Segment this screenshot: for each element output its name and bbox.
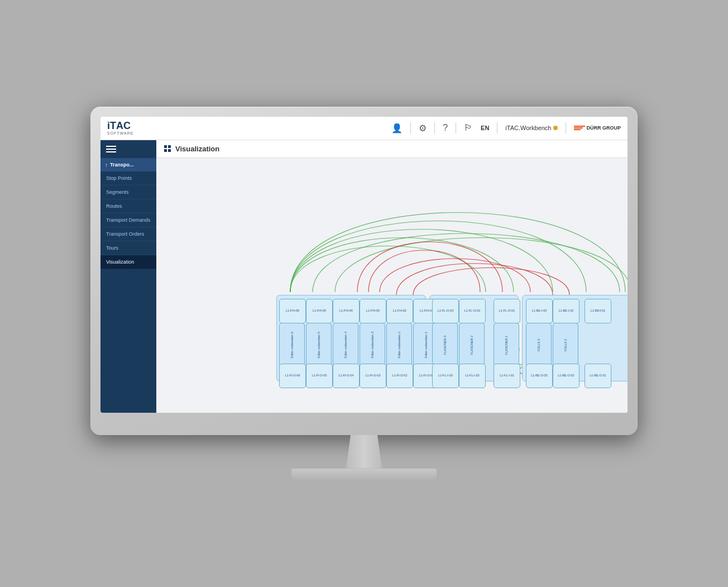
node-L1-BE-I-03[interactable]: L1-BE-I-03 xyxy=(526,299,553,323)
durr-text: DÜRR GROUP xyxy=(586,125,621,131)
node-fuller-2: Füller vorbereiten 2 xyxy=(386,323,412,368)
content-area: Visualization xyxy=(156,140,628,413)
node-fulls-2: FÜLLS 2 xyxy=(553,323,578,368)
flag-icon[interactable]: 🏳 xyxy=(464,123,473,133)
node-L1-BE-O-01[interactable]: L1-BE-O-01 xyxy=(585,364,611,388)
node-fuller-3: Füller vorbereiten 3 xyxy=(360,323,385,368)
node-L1-FI-O-04[interactable]: L1-FI-O-04 xyxy=(333,364,360,388)
sidebar-item-tours[interactable]: Tours xyxy=(100,241,156,255)
node-L1-FL-O-03[interactable]: L1-FL-O-03 xyxy=(432,299,459,323)
durr-lines xyxy=(574,126,585,130)
topbar-right: 👤 ⚙ ? 🏳 EN iTAC.Workbench xyxy=(391,122,621,133)
divider2 xyxy=(434,122,435,133)
settings-icon[interactable]: ⚙ xyxy=(419,123,427,133)
node-L1-FL-I-02[interactable]: L1-FL-I-02 xyxy=(459,364,486,388)
node-fulls-3: FÜLLS 3 xyxy=(526,323,552,368)
node-L1-FL-O-02[interactable]: L1-FL-O-02 xyxy=(459,299,486,323)
content-header: Visualization xyxy=(156,140,628,158)
monitor-base xyxy=(291,469,437,481)
node-L1-FI-O-02[interactable]: L1-FI-O-02 xyxy=(386,364,413,388)
visualization-canvas[interactable]: L1-FI4-06 L1-FI4-05 L1-FI4-04 L1-FI4-03 xyxy=(156,158,628,413)
workbench-label: iTAC.Workbench xyxy=(505,125,558,131)
node-L1-FI4-04[interactable]: L1-FI4-04 xyxy=(333,299,360,323)
workbench-dot xyxy=(553,126,558,130)
node-L1-FI4-05[interactable]: L1-FI4-05 xyxy=(306,299,333,323)
divider5 xyxy=(566,122,566,133)
divider1 xyxy=(410,122,411,133)
sidebar-item-routes[interactable]: Routes xyxy=(100,199,156,213)
node-L1-FI4-03[interactable]: L1-FI4-03 xyxy=(360,299,386,323)
node-flascner-3: FLASCNER 3 xyxy=(432,323,458,368)
sidebar: ↑ Transpo... Stop Points Segments Routes… xyxy=(100,140,156,413)
language-label[interactable]: EN xyxy=(481,125,489,131)
monitor-neck xyxy=(342,435,386,469)
node-L1-FI4-06[interactable]: L1-FI4-06 xyxy=(279,299,306,323)
user-icon[interactable]: 👤 xyxy=(391,123,403,133)
page-title: Visualization xyxy=(175,145,219,153)
sidebar-item-transport-demands[interactable]: Transport Demands xyxy=(100,213,156,227)
divider4 xyxy=(497,122,497,133)
node-fuller-6: Füller vorbereiten 6 xyxy=(279,323,305,368)
help-icon[interactable]: ? xyxy=(443,123,448,133)
node-L1-FI4-02[interactable]: L1-FI4-02 xyxy=(386,299,413,323)
node-L1-BE-I-02[interactable]: L1-BE-I-02 xyxy=(553,299,579,323)
durr-logo: DÜRR GROUP xyxy=(574,125,621,131)
topbar: iTAC SOFTWARE 👤 ⚙ ? 🏳 EN iT xyxy=(100,117,628,140)
node-L1-FL-I-01[interactable]: L1-FL-I-01 xyxy=(494,364,520,388)
sidebar-item-segments[interactable]: Segments xyxy=(100,185,156,199)
section-label: Transpo... xyxy=(110,162,134,168)
logo-text: iTAC xyxy=(107,121,133,131)
node-L1-BE4-01[interactable]: L1-BE4-01 xyxy=(585,299,611,323)
main-layout: ↑ Transpo... Stop Points Segments Routes… xyxy=(100,140,628,413)
node-diagram: L1-FI4-06 L1-FI4-05 L1-FI4-04 L1-FI4-03 xyxy=(162,164,628,409)
hamburger-icon xyxy=(106,146,151,152)
sidebar-item-transport-orders[interactable]: Transport Orders xyxy=(100,227,156,241)
section-arrow: ↑ xyxy=(105,162,108,168)
logo: iTAC SOFTWARE xyxy=(107,121,133,135)
node-fuller-5: Füller vorbereiten 5 xyxy=(306,323,332,368)
divider3 xyxy=(456,122,456,133)
node-L1-FI-O-05[interactable]: L1-FI-O-05 xyxy=(306,364,333,388)
node-flascner-1: FLASCNER 1 xyxy=(494,323,519,368)
logo-software: SOFTWARE xyxy=(107,131,133,135)
node-L1-FI-O-06[interactable]: L1-FI-O-06 xyxy=(279,364,306,388)
node-L1-FL-O-01[interactable]: L1-FL-O-01 xyxy=(494,299,520,323)
node-L1-BE-O-02[interactable]: L1-BE-O-02 xyxy=(553,364,579,388)
node-L1-FL-I-03[interactable]: L1-FL-I-03 xyxy=(432,364,459,388)
node-fuller-4: Füller vorbereiten 4 xyxy=(333,323,358,368)
hamburger-button[interactable] xyxy=(100,140,156,159)
sidebar-item-visualization[interactable]: Visualization xyxy=(100,255,156,269)
grid-icon xyxy=(164,145,171,152)
sidebar-item-stop-points[interactable]: Stop Points xyxy=(100,171,156,185)
node-L1-FI-O-03[interactable]: L1-FI-O-03 xyxy=(360,364,386,388)
node-L1-BE-O-03[interactable]: L1-BE-O-03 xyxy=(526,364,553,388)
sidebar-section-transport: ↑ Transpo... xyxy=(100,159,156,171)
node-flascner-2: FLASCNER 2 xyxy=(459,323,485,368)
